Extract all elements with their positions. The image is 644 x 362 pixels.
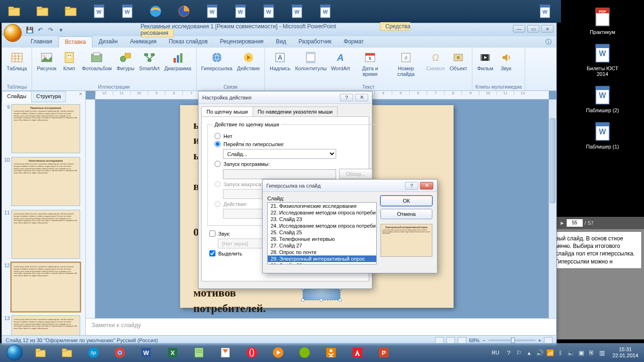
ribbon-action-button[interactable]: Действие bbox=[235, 49, 262, 73]
tray-vol-icon[interactable]: 🔈 bbox=[567, 349, 575, 356]
taskstrip-item[interactable]: W bbox=[531, 0, 559, 23]
taskbar-adobe-button[interactable] bbox=[345, 344, 370, 361]
slide-thumbnail-row[interactable]: 11 Lorem ipsum dolor sit amet, consectet… bbox=[4, 210, 83, 259]
desktop-icon[interactable]: WПаблишер (2) bbox=[581, 84, 624, 114]
slide-list-item[interactable]: 23. Слайд 23 bbox=[268, 216, 376, 222]
ribbon-date-button[interactable]: 5Дата и время bbox=[353, 49, 388, 78]
taskbar-yandex-button[interactable] bbox=[292, 344, 317, 361]
sound-checkbox[interactable] bbox=[209, 230, 215, 237]
ribbon-smartart-button[interactable]: SmartArt bbox=[137, 49, 161, 73]
taskbar-ok-button[interactable] bbox=[318, 344, 344, 361]
taskbar-media-button[interactable] bbox=[265, 344, 291, 361]
taskbar-powerpoint-button[interactable]: P bbox=[371, 344, 396, 361]
taskbar-folder-button[interactable] bbox=[54, 344, 80, 361]
pdf-page-current[interactable]: 55 bbox=[567, 219, 583, 227]
help-icon[interactable]: ⓘ bbox=[545, 36, 552, 48]
slide-thumbnail-row[interactable]: 13 Lorem ipsum dolor sit amet, consectet… bbox=[4, 315, 83, 335]
slide-thumbnail-row[interactable]: 9 Первичные исследования Lorem ipsum dol… bbox=[4, 104, 83, 153]
view-show-button[interactable] bbox=[458, 337, 466, 344]
taskstrip-item[interactable] bbox=[0, 0, 28, 23]
vertical-scrollbar[interactable] bbox=[549, 99, 556, 318]
ribbon-sound-button[interactable]: Звук bbox=[496, 49, 516, 73]
tab-mouse-click[interactable]: По щелчку мыши bbox=[201, 107, 253, 116]
dialog-help-button[interactable]: ? bbox=[405, 182, 418, 189]
ribbon-table-button[interactable]: Таблица bbox=[5, 49, 29, 73]
ribbon-object-button[interactable]: Объект bbox=[448, 49, 469, 73]
radio-run-program[interactable] bbox=[215, 161, 221, 167]
slide-list-item[interactable]: 29. Электронный интерактивный опрос bbox=[268, 255, 376, 262]
dialog-titlebar[interactable]: Гиперссылка на слайд ? ✕ bbox=[263, 180, 437, 192]
taskbar-chrome-button[interactable] bbox=[107, 344, 132, 361]
taskbar-word-button[interactable]: W bbox=[133, 344, 159, 361]
tray-flag-icon[interactable]: ⚐ bbox=[515, 349, 523, 356]
ribbon-tab[interactable]: Показ слайдов bbox=[163, 36, 214, 48]
taskbar-notepadpp-button[interactable] bbox=[186, 344, 212, 361]
taskbar-hp-button[interactable]: hp bbox=[81, 344, 106, 361]
slide-thumbnail-row[interactable]: 12 Lorem ipsum dolor sit amet, consectet… bbox=[4, 263, 83, 312]
highlight-checkbox[interactable] bbox=[209, 250, 215, 256]
dialog-close-button[interactable]: ✕ bbox=[355, 94, 368, 101]
radio-hyperlink[interactable] bbox=[215, 141, 221, 147]
ribbon-tab[interactable]: Рецензирование bbox=[214, 36, 270, 48]
ribbon-tab[interactable]: Разработчик bbox=[292, 36, 338, 48]
slide-list-item[interactable]: 28. Опрос по почте bbox=[268, 249, 376, 255]
ribbon-album-button[interactable]: Фотоальбом bbox=[80, 49, 114, 73]
dialog-close-button[interactable]: ✕ bbox=[420, 182, 433, 189]
cancel-button[interactable]: Отмена bbox=[380, 209, 432, 219]
zoom-in-icon[interactable]: + bbox=[538, 337, 541, 343]
qat-redo-icon[interactable]: ↷ bbox=[46, 25, 55, 34]
tray-disp-icon[interactable]: ▥ bbox=[598, 349, 606, 356]
desktop-icon[interactable]: WБилеты ЮСТ 2014 bbox=[581, 42, 624, 77]
taskstrip-item[interactable]: W bbox=[311, 0, 339, 23]
hyperlink-target-select[interactable]: Слайд... bbox=[223, 149, 336, 159]
taskstrip-item[interactable]: W bbox=[283, 0, 311, 23]
ribbon-tab[interactable]: Анимация bbox=[124, 36, 163, 48]
taskbar-explorer-button[interactable] bbox=[28, 344, 53, 361]
ribbon-movie-button[interactable]: Фильм bbox=[475, 49, 495, 73]
dialog-help-button[interactable]: ? bbox=[340, 94, 353, 101]
language-indicator[interactable]: RU bbox=[489, 350, 502, 355]
tray-shield-icon[interactable]: ⛨ bbox=[588, 349, 595, 356]
desktop-icon[interactable]: PDFПрактикум bbox=[581, 6, 624, 35]
slide-list-item[interactable]: 22. Исследование методом опроса потреби bbox=[268, 209, 376, 216]
slide-list-item[interactable]: 21. Физиологические исследования bbox=[268, 203, 376, 209]
view-normal-button[interactable] bbox=[435, 337, 444, 344]
ribbon-tab[interactable]: Вставка bbox=[58, 36, 93, 48]
pane-tab-slides[interactable]: Слайды bbox=[2, 91, 32, 102]
ribbon-chart-button[interactable]: Диаграмма bbox=[163, 49, 193, 73]
scrollbar-thumb[interactable] bbox=[550, 118, 555, 203]
tray-net-icon[interactable]: 📶 bbox=[546, 349, 554, 356]
slide-list-item[interactable]: 30. Слайд 30 bbox=[268, 262, 376, 264]
zoom-percent[interactable]: 68% bbox=[469, 337, 479, 343]
pane-tab-outline[interactable]: Структура bbox=[31, 91, 66, 102]
slide-list-item[interactable]: 26. Телефонные интервью bbox=[268, 236, 376, 242]
qat-save-icon[interactable]: 💾 bbox=[25, 25, 34, 34]
taskstrip-item[interactable]: W bbox=[113, 0, 141, 23]
ribbon-headerfooter-button[interactable]: Колонтитулы bbox=[293, 49, 328, 73]
ribbon-clip-button[interactable]: Клип bbox=[59, 49, 79, 73]
dialog-titlebar[interactable]: Настройка действия ? ✕ bbox=[198, 91, 372, 104]
close-button[interactable]: ✕ bbox=[541, 25, 553, 33]
zoom-out-icon[interactable]: − bbox=[482, 337, 485, 343]
taskstrip-item[interactable]: W bbox=[226, 0, 255, 23]
ribbon-link-button[interactable]: Гиперссылка bbox=[199, 49, 234, 73]
maximize-button[interactable]: ▭ bbox=[527, 25, 539, 33]
taskstrip-item[interactable]: W bbox=[85, 0, 113, 23]
taskstrip-item[interactable] bbox=[141, 0, 170, 23]
ribbon-slidenum-button[interactable]: #Номер слайда bbox=[388, 49, 423, 78]
titlebar[interactable]: 💾 ↶ ↷ ▾ Рекламные исследования 1 [Режим … bbox=[2, 23, 556, 36]
notes-pane[interactable]: Заметки к слайду bbox=[86, 318, 556, 335]
pane-close-icon[interactable]: × bbox=[76, 91, 85, 102]
qat-customize-icon[interactable]: ▾ bbox=[57, 25, 65, 34]
fit-button[interactable] bbox=[544, 337, 553, 344]
tray-help-icon[interactable]: ? bbox=[505, 349, 512, 356]
zoom-slider[interactable] bbox=[488, 339, 536, 341]
minimize-button[interactable]: — bbox=[513, 25, 525, 33]
taskbar-clock[interactable]: 15:3122.01.2014 bbox=[609, 346, 642, 359]
desktop-icon[interactable]: WПаблишер (1) bbox=[581, 120, 624, 150]
ribbon-tab[interactable]: Главная bbox=[25, 36, 58, 48]
slide-list[interactable]: 21. Физиологические исследования22. Иссл… bbox=[267, 202, 377, 264]
ribbon-tab[interactable]: Вид bbox=[270, 36, 292, 48]
ribbon-tab[interactable]: Формат bbox=[338, 36, 370, 48]
taskbar-opera-button[interactable] bbox=[239, 344, 264, 361]
